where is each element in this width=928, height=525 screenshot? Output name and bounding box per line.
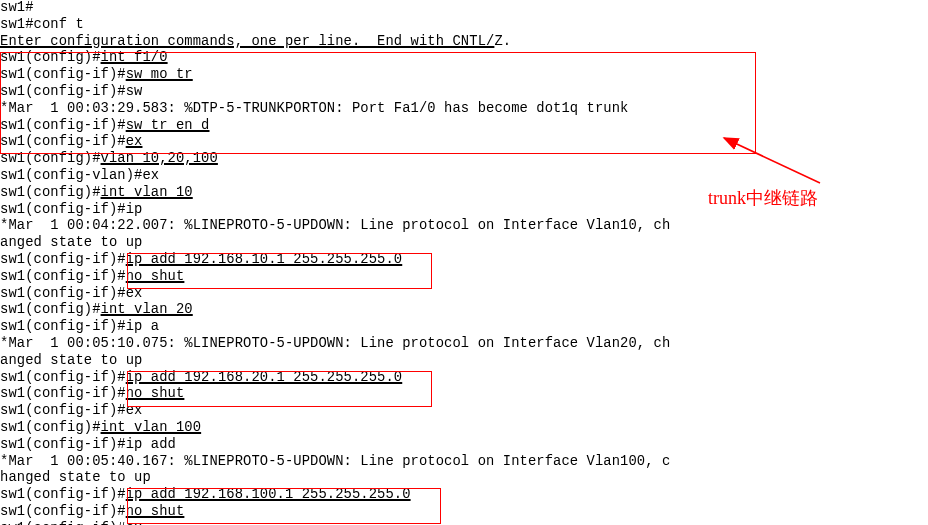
terminal-line: sw1(config-if)#sw mo tr bbox=[0, 67, 670, 84]
terminal-line: sw1(config-vlan)#ex bbox=[0, 168, 670, 185]
terminal-line: sw1# bbox=[0, 0, 670, 17]
terminal-line: sw1(config-if)#ex bbox=[0, 286, 670, 303]
terminal-line: sw1#conf t bbox=[0, 17, 670, 34]
annotation-trunk-label: trunk中继链路 bbox=[708, 190, 818, 207]
arrow-line bbox=[724, 138, 820, 183]
terminal-line: hanged state to up bbox=[0, 470, 670, 487]
terminal-line: *Mar 1 00:05:10.075: %LINEPROTO-5-UPDOWN… bbox=[0, 336, 670, 353]
terminal-line: anged state to up bbox=[0, 235, 670, 252]
terminal-line: sw1(config-if)#ip add 192.168.10.1 255.2… bbox=[0, 252, 670, 269]
terminal-line: sw1(config-if)#ip a bbox=[0, 319, 670, 336]
terminal-line: sw1(config)#int vlan 10 bbox=[0, 185, 670, 202]
terminal-line: sw1(config-if)#ip add 192.168.20.1 255.2… bbox=[0, 370, 670, 387]
terminal-line: sw1(config-if)#ip add 192.168.100.1 255.… bbox=[0, 487, 670, 504]
terminal-line: *Mar 1 00:03:29.583: %DTP-5-TRUNKPORTON:… bbox=[0, 101, 670, 118]
terminal-line: *Mar 1 00:04:22.007: %LINEPROTO-5-UPDOWN… bbox=[0, 218, 670, 235]
terminal-line: sw1(config-if)#no shut bbox=[0, 386, 670, 403]
terminal-line: sw1(config)#vlan 10,20,100 bbox=[0, 151, 670, 168]
terminal-line: anged state to up bbox=[0, 353, 670, 370]
terminal-line: sw1(config-if)#no shut bbox=[0, 504, 670, 521]
terminal-line: Enter configuration commands, one per li… bbox=[0, 34, 670, 51]
terminal-line: sw1(config-if)#sw bbox=[0, 84, 670, 101]
terminal-line: sw1(config-if)#sw tr en d bbox=[0, 118, 670, 135]
terminal-line: sw1(config-if)#ex bbox=[0, 403, 670, 420]
terminal-line: sw1(config)#int vlan 20 bbox=[0, 302, 670, 319]
terminal-line: sw1(config-if)#no shut bbox=[0, 269, 670, 286]
terminal-line: sw1(config-if)#ip add bbox=[0, 437, 670, 454]
terminal-line: sw1(config-if)#ex bbox=[0, 134, 670, 151]
terminal-line: sw1(config-if)#ex bbox=[0, 521, 670, 525]
terminal-line: sw1(config)#int f1/0 bbox=[0, 50, 670, 67]
terminal-line: sw1(config)#int vlan 100 bbox=[0, 420, 670, 437]
terminal-line: sw1(config-if)#ip bbox=[0, 202, 670, 219]
terminal-output: sw1#sw1#conf tEnter configuration comman… bbox=[0, 0, 670, 525]
terminal-line: *Mar 1 00:05:40.167: %LINEPROTO-5-UPDOWN… bbox=[0, 454, 670, 471]
